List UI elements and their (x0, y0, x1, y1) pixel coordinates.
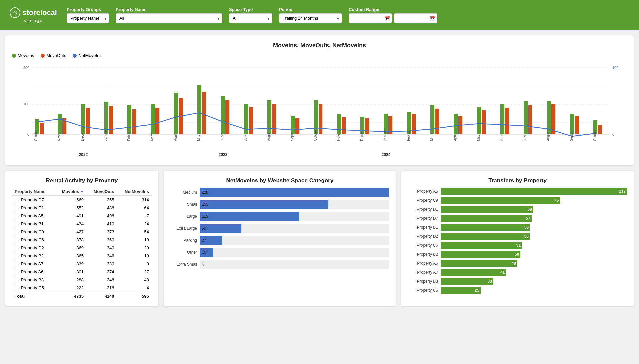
net-cell: 64 (117, 204, 152, 212)
hbar-zero: 0 (202, 262, 205, 267)
table-row: +Property D2 369 340 29 (12, 244, 152, 252)
date-end-input[interactable] (394, 13, 437, 23)
bar-moveout-14 (365, 118, 369, 134)
bar-movein-6 (174, 93, 178, 134)
tbar-track: 56 (441, 224, 627, 231)
bar-movein-19 (477, 107, 481, 134)
moveins-cell: 491 (54, 212, 86, 220)
moveins-cell: 365 (54, 252, 86, 260)
moveins-cell: 378 (54, 236, 86, 244)
property-cell: +Property C5 (12, 284, 54, 292)
expand-btn[interactable]: + (15, 230, 19, 234)
net-cell: 29 (117, 244, 152, 252)
space-type-select-wrapper[interactable]: All Small Medium Large Extra Large Parki… (229, 13, 272, 23)
tbar-track: 50 (441, 251, 627, 258)
tbar-row: Property B3 33 (408, 278, 627, 285)
svg-text:May: May (197, 135, 201, 141)
svg-text:January: January (104, 129, 107, 141)
hbar-row: Extra Small 0 (170, 260, 389, 269)
expand-btn[interactable]: + (15, 222, 19, 226)
tbar-fill: 56 (441, 224, 530, 231)
hbar-value: 228 (202, 190, 208, 195)
tbar-label: Property A6 (408, 261, 438, 266)
expand-btn[interactable]: + (15, 270, 19, 274)
svg-text:May: May (477, 135, 480, 141)
net-cell: 4 (117, 284, 152, 292)
hbar-track: 27 (200, 236, 389, 245)
hbar-value: 27 (202, 238, 206, 243)
svg-text:January: January (383, 129, 387, 141)
main-chart-svg: 200 100 0 100 0 (12, 61, 627, 158)
property-groups-label: Property Groups (67, 7, 109, 12)
table-row: +Property C9 427 373 54 (12, 228, 152, 236)
tbar-row: Property A7 41 (408, 269, 627, 276)
bar-moveout-0 (40, 123, 44, 134)
expand-btn[interactable]: + (15, 214, 19, 218)
expand-btn[interactable]: + (15, 206, 19, 210)
property-cell: +Property B1 (12, 220, 54, 228)
net-cell: 9 (117, 260, 152, 268)
hbar-label: Medium (170, 190, 197, 195)
moveins-cell: 288 (54, 276, 86, 284)
total-moveouts: 4140 (86, 292, 117, 300)
logo-icon: ⊙ (10, 7, 20, 18)
tbar-fill: 41 (441, 269, 506, 276)
moveins-cell: 339 (54, 260, 86, 268)
hbar-row: Medium 228 (170, 188, 389, 197)
hbar-row: Extra Large 50 (170, 224, 389, 233)
property-name-select-wrapper[interactable]: All Property A5 Property A6 Property A7 … (116, 13, 222, 23)
hbar-fill: 228 (200, 188, 389, 197)
hbar-track: 155 (200, 200, 389, 209)
tbar-value: 75 (554, 198, 559, 203)
bottom-row: Rental Activity by Property Property Nam… (5, 171, 634, 306)
hbar-row: Parking 27 (170, 236, 389, 245)
period-select[interactable]: Trailing 24 Months Trailing 12 Months Ye… (279, 13, 342, 23)
date-end-wrapper[interactable]: 📅 (394, 13, 437, 23)
svg-text:0: 0 (612, 132, 614, 136)
chart-legend: MoveIns MoveOuts NetMoveIns (12, 53, 627, 58)
moveouts-cell: 488 (86, 204, 117, 212)
expand-btn[interactable]: + (15, 254, 19, 258)
property-cell: +Property D7 (12, 196, 54, 204)
hbar-row: Other 16 (170, 248, 389, 257)
moveouts-cell: 218 (86, 284, 117, 292)
moveouts-cell: 373 (86, 228, 117, 236)
expand-btn[interactable]: + (15, 286, 19, 290)
svg-text:Nove...: Nove... (57, 130, 61, 141)
period-select-wrapper[interactable]: Trailing 24 Months Trailing 12 Months Ye… (279, 13, 342, 23)
svg-text:Februa...: Februa... (407, 128, 410, 141)
property-name-select[interactable]: All Property A5 Property A6 Property A7 … (116, 13, 222, 23)
expand-btn[interactable]: + (15, 262, 19, 266)
svg-text:April: April (453, 134, 457, 141)
svg-text:2022: 2022 (79, 152, 88, 157)
svg-text:October: October (34, 129, 38, 141)
tbar-label: Property C6 (408, 243, 438, 248)
space-type-select[interactable]: All Small Medium Large Extra Large Parki… (229, 13, 272, 23)
net-cell: 27 (117, 268, 152, 276)
tbar-track: 57 (441, 215, 627, 222)
tbar-fill: 33 (441, 278, 493, 285)
expand-btn[interactable]: + (15, 246, 19, 250)
moveouts-cell: 346 (86, 252, 117, 260)
table-row: +Property C5 222 218 4 (12, 284, 152, 292)
expand-btn[interactable]: + (15, 278, 19, 282)
bar-moveout-16 (412, 114, 416, 134)
expand-btn[interactable]: + (15, 198, 19, 202)
hbar-value: 119 (202, 214, 208, 219)
expand-btn[interactable]: + (15, 238, 19, 242)
property-groups-select[interactable]: Property Name Region All (67, 13, 109, 23)
tbar-label: Property B3 (408, 279, 438, 284)
main-chart-svg-container: 200 100 0 100 0 (12, 61, 627, 159)
tbar-label: Property C5 (408, 288, 438, 293)
svg-text:Decem...: Decem... (81, 128, 84, 141)
moveins-cell: 301 (54, 268, 86, 276)
bar-movein-21 (524, 101, 528, 134)
bar-moveout-17 (435, 109, 439, 134)
date-start-input[interactable] (349, 13, 392, 23)
property-groups-select-wrapper[interactable]: Property Name Region All (67, 13, 109, 23)
svg-text:August: August (267, 131, 271, 141)
tbar-fill: 25 (441, 287, 481, 294)
svg-text:100: 100 (612, 66, 618, 70)
bar-moveout-19 (482, 110, 486, 134)
date-start-wrapper[interactable]: 📅 (349, 13, 392, 23)
